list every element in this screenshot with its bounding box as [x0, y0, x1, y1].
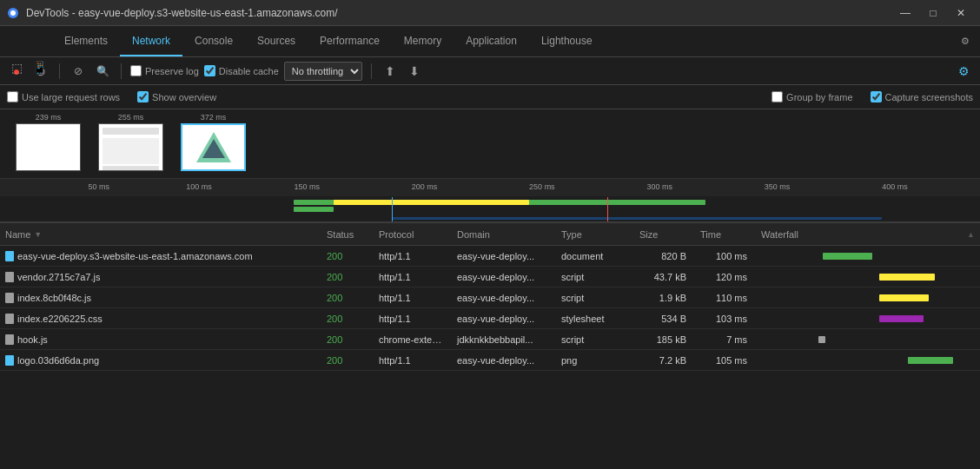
- disable-cache-input[interactable]: [204, 65, 215, 76]
- td-name-0: easy-vue-deploy.s3-website-us-east-1.ama…: [0, 251, 321, 261]
- close-button[interactable]: ✕: [949, 4, 973, 22]
- preserve-log-checkbox[interactable]: Preserve log: [130, 65, 199, 76]
- table-row[interactable]: logo.03d6d6da.png200http/1.1easy-vue-dep…: [0, 350, 980, 371]
- td-waterfall-4: [756, 329, 980, 350]
- td-domain-1: easy-vue-deploy...: [452, 272, 556, 282]
- filter-button[interactable]: ⊘: [69, 62, 88, 81]
- filename-0: easy-vue-deploy.s3-website-us-east-1.ama…: [17, 251, 253, 261]
- svg-point-1: [10, 10, 16, 16]
- th-name[interactable]: Name ▼: [0, 229, 321, 240]
- tick-50ms: 50 ms: [89, 182, 110, 191]
- titlebar-controls: — □ ✕: [893, 4, 973, 22]
- devtools-window: DevTools - easy-vue-deploy.s3-website-us…: [0, 0, 980, 469]
- td-status-3: 200: [321, 314, 374, 324]
- network-settings-button[interactable]: ⚙: [954, 62, 973, 81]
- waterfall-bar-3: [879, 315, 924, 322]
- td-protocol-5: http/1.1: [374, 355, 452, 366]
- th-protocol[interactable]: Protocol: [374, 229, 452, 240]
- group-by-frame-option[interactable]: Group by frame: [771, 91, 852, 102]
- disable-cache-checkbox[interactable]: Disable cache: [204, 65, 279, 76]
- td-waterfall-2: [756, 287, 980, 308]
- td-type-0: document: [556, 251, 634, 261]
- tab-elements[interactable]: Elements: [52, 26, 120, 56]
- titlebar: DevTools - easy-vue-deploy.s3-website-us…: [0, 0, 980, 26]
- tab-lighthouse[interactable]: Lighthouse: [529, 26, 605, 56]
- tab-application[interactable]: Application: [454, 26, 529, 56]
- large-rows-option[interactable]: Use large request rows: [7, 91, 120, 102]
- scroll-up-icon[interactable]: ▲: [967, 230, 975, 239]
- td-size-3: 534 B: [634, 314, 695, 324]
- td-domain-4: jdkknkkbebbapil...: [452, 334, 556, 345]
- table-row[interactable]: index.e2206225.css200http/1.1easy-vue-de…: [0, 308, 980, 329]
- td-name-4: hook.js: [0, 334, 321, 345]
- file-icon-3: [5, 314, 14, 324]
- tick-150ms: 150 ms: [294, 182, 320, 191]
- overview-panel: 239 ms 255 ms 372 ms: [0, 109, 980, 223]
- file-icon-5: [5, 355, 14, 366]
- sort-name-icon: ▼: [34, 230, 42, 239]
- tab-network[interactable]: Network: [120, 26, 182, 56]
- th-size[interactable]: Size: [634, 229, 695, 240]
- tabbar: ⬚ 📱 Elements Network Console Sources Per…: [0, 26, 980, 57]
- td-type-4: script: [556, 334, 634, 345]
- screenshot-2[interactable]: 255 ms: [98, 113, 163, 171]
- screenshot-1-time: 239 ms: [36, 113, 62, 122]
- file-icon-4: [5, 334, 14, 345]
- tick-100ms: 100 ms: [186, 182, 212, 191]
- td-time-1: 120 ms: [695, 272, 756, 282]
- inspect-element-button[interactable]: ⬚: [7, 58, 26, 77]
- group-by-frame-checkbox[interactable]: [771, 91, 783, 102]
- tab-console[interactable]: Console: [182, 26, 245, 56]
- capture-screenshots-checkbox[interactable]: [871, 91, 882, 102]
- table-row[interactable]: hook.js200chrome-extensionjdkknkkbebbapi…: [0, 329, 980, 350]
- td-size-0: 820 B: [634, 251, 695, 261]
- table-row[interactable]: index.8cb0f48c.js200http/1.1easy-vue-dep…: [0, 287, 980, 308]
- maximize-button[interactable]: □: [921, 4, 945, 22]
- device-toggle-button[interactable]: 📱: [30, 58, 49, 77]
- th-domain[interactable]: Domain: [452, 229, 556, 240]
- th-time[interactable]: Time: [695, 229, 756, 240]
- show-overview-option[interactable]: Show overview: [137, 91, 216, 102]
- throttle-select[interactable]: No throttling Fast 3G Slow 3G Offline: [284, 62, 362, 81]
- table-row[interactable]: easy-vue-deploy.s3-website-us-east-1.ama…: [0, 246, 980, 267]
- devtools-settings-button[interactable]: ⚙: [950, 26, 980, 56]
- export-button[interactable]: ⬇: [405, 62, 424, 81]
- td-protocol-2: http/1.1: [374, 293, 452, 303]
- td-time-5: 105 ms: [695, 355, 756, 366]
- td-status-5: 200: [321, 355, 374, 366]
- large-rows-checkbox[interactable]: [7, 91, 18, 102]
- tab-memory[interactable]: Memory: [392, 26, 454, 56]
- td-protocol-4: chrome-extension: [374, 334, 452, 345]
- tl-bar-1: [294, 207, 333, 212]
- td-status-2: 200: [321, 293, 374, 303]
- filename-3: index.e2206225.css: [17, 314, 103, 324]
- preserve-log-input[interactable]: [130, 65, 142, 76]
- screenshot-1-thumb: [16, 123, 81, 171]
- td-type-5: png: [556, 355, 634, 366]
- table-row[interactable]: vendor.2715c7a7.js200http/1.1easy-vue-de…: [0, 267, 980, 287]
- th-status[interactable]: Status: [321, 229, 374, 240]
- search-button[interactable]: 🔍: [93, 62, 112, 81]
- td-status-0: 200: [321, 251, 374, 261]
- import-button[interactable]: ⬆: [381, 62, 400, 81]
- tab-sources[interactable]: Sources: [245, 26, 308, 56]
- table-rows-container: easy-vue-deploy.s3-website-us-east-1.ama…: [0, 246, 980, 371]
- td-size-5: 7.2 kB: [634, 355, 695, 366]
- th-waterfall[interactable]: Waterfall ▲: [756, 229, 980, 240]
- filename-1: vendor.2715c7a7.js: [17, 272, 100, 282]
- file-icon-2: [5, 293, 14, 303]
- toolbar-divider-1: [59, 63, 60, 79]
- td-domain-3: easy-vue-deploy...: [452, 314, 556, 324]
- show-overview-checkbox[interactable]: [137, 91, 149, 102]
- toolbar-divider-3: [371, 63, 372, 79]
- screenshot-2-thumb: [98, 123, 163, 171]
- minimize-button[interactable]: —: [893, 4, 917, 22]
- td-status-4: 200: [321, 334, 374, 345]
- capture-screenshots-option[interactable]: Capture screenshots: [871, 91, 974, 102]
- waterfall-bar-1: [879, 274, 936, 281]
- tab-performance[interactable]: Performance: [308, 26, 392, 56]
- td-status-1: 200: [321, 272, 374, 282]
- th-type[interactable]: Type: [556, 229, 634, 240]
- screenshot-3[interactable]: 372 ms: [181, 113, 246, 171]
- screenshot-1[interactable]: 239 ms: [16, 113, 81, 171]
